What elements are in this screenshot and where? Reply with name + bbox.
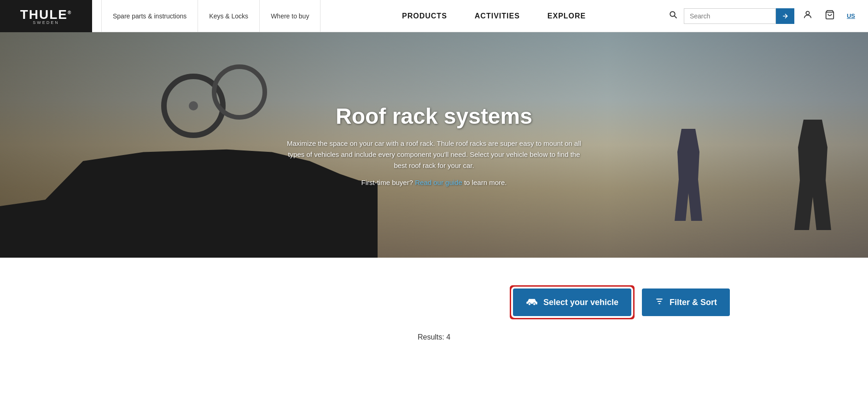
select-vehicle-highlight: Select your vehicle xyxy=(510,285,635,319)
top-navigation: THULE® SWEDEN Spare parts & instructions… xyxy=(0,0,868,32)
hero-description: Maximize the space on your car with a ro… xyxy=(287,138,582,171)
search-bar xyxy=(684,8,794,24)
results-count: Results: 4 xyxy=(418,333,450,341)
svg-point-5 xyxy=(528,303,530,305)
guide-link[interactable]: Read our guide xyxy=(415,179,462,186)
top-right-controls: US xyxy=(667,8,868,24)
car-icon xyxy=(526,297,538,308)
search-input[interactable] xyxy=(684,8,776,24)
spare-parts-link[interactable]: Spare parts & instructions xyxy=(101,0,198,32)
locale-button[interactable]: US xyxy=(843,11,859,21)
logo-text: THULE® xyxy=(20,7,72,22)
account-button[interactable] xyxy=(799,8,816,24)
below-hero-section: Select your vehicle Filter & Sort Result… xyxy=(0,258,868,360)
top-links: Spare parts & instructions Keys & Locks … xyxy=(92,0,320,32)
svg-line-1 xyxy=(675,16,677,18)
guide-text: First-time buyer? xyxy=(361,179,414,186)
nav-activities[interactable]: ACTIVITIES xyxy=(475,0,520,32)
filter-icon xyxy=(655,297,664,308)
main-navigation: PRODUCTS ACTIVITIES EXPLORE xyxy=(320,0,667,32)
nav-explore[interactable]: EXPLORE xyxy=(548,0,586,32)
logo[interactable]: THULE® SWEDEN xyxy=(0,0,92,32)
action-bar: Select your vehicle Filter & Sort xyxy=(0,285,868,319)
filter-sort-button[interactable]: Filter & Sort xyxy=(642,288,730,316)
guide-suffix: to learn more. xyxy=(464,179,507,186)
hero-title: Roof rack systems xyxy=(336,104,532,129)
select-vehicle-button[interactable]: Select your vehicle xyxy=(513,288,631,316)
hero-guide: First-time buyer? Read our guide to lear… xyxy=(361,179,507,186)
hero-section: Roof rack systems Maximize the space on … xyxy=(0,32,868,258)
filter-sort-label: Filter & Sort xyxy=(670,298,717,307)
select-vehicle-label: Select your vehicle xyxy=(543,298,618,307)
svg-point-3 xyxy=(806,12,809,15)
svg-point-6 xyxy=(533,303,535,305)
svg-point-0 xyxy=(670,12,675,17)
hero-content: Roof rack systems Maximize the space on … xyxy=(0,32,868,258)
keys-locks-link[interactable]: Keys & Locks xyxy=(198,0,260,32)
search-button[interactable] xyxy=(776,8,794,24)
nav-products[interactable]: PRODUCTS xyxy=(402,0,447,32)
search-icon[interactable] xyxy=(667,9,679,23)
cart-button[interactable] xyxy=(821,8,839,24)
where-to-buy-link[interactable]: Where to buy xyxy=(260,0,320,32)
